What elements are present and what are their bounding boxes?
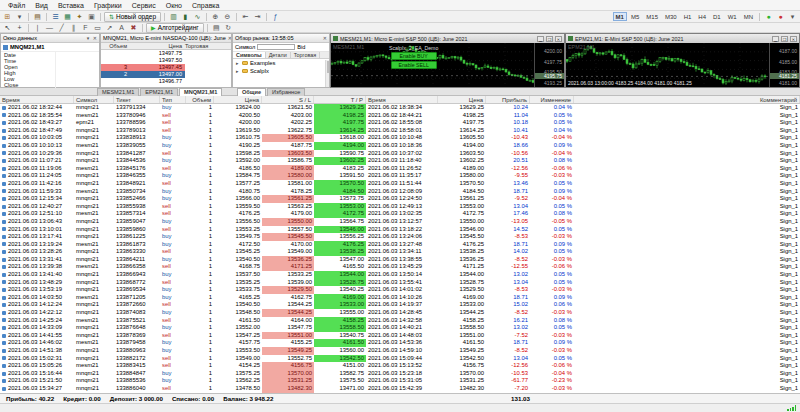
history-row[interactable]: 2021.06.03 14:41:55mnqm21133878369sell11… [0,332,800,340]
timeframe-m30[interactable]: M30 [662,12,680,21]
scrollbar[interactable] [325,60,329,87]
menu-tools[interactable]: Сервис [127,0,161,11]
dropdown-caret-icon[interactable]: ▾ [14,12,25,22]
data-window-icon[interactable]: ▦ [62,12,73,22]
ea-enable-buy-button[interactable]: Enable BUY [391,52,437,60]
timeframe-h1[interactable]: H1 [681,12,695,21]
history-row[interactable]: 2021.06.03 12:40:27mnqm21133855938sell11… [0,203,800,211]
col-header-5[interactable]: Объем [186,96,214,103]
history-row[interactable]: 2021.06.03 14:46:02mesm21133879458buy141… [0,339,800,347]
navigator-icon[interactable]: ✦ [74,12,85,22]
chart-restore-icon[interactable]: ❐ [781,36,788,42]
chart-minimize-icon[interactable]: ▁ [772,36,779,42]
toolbox-icon[interactable]: ▣ [86,12,97,22]
horizontal-line-icon[interactable]: ― [44,23,55,33]
candle-chart-icon[interactable]: ▮ [180,12,191,22]
history-row[interactable]: 2021.06.03 12:51:10mesm21133857314sell14… [0,210,800,218]
timeframe-m5[interactable]: M5 [628,12,642,21]
history-row[interactable]: 2021.06.02 18:47:49mnqm21133789013sell11… [0,127,800,135]
history-row[interactable]: 2021.06.03 10:03:05mnqm21133838913buy113… [0,134,800,142]
history-row[interactable]: 2021.06.03 15:34:27mnqm21133886040sell11… [0,385,800,393]
menu-charts[interactable]: Графики [89,0,127,11]
history-row[interactable]: 2021.06.03 11:07:21mnqm21133844536buy113… [0,157,800,165]
history-row[interactable]: 2021.06.03 15:21:50mnqm21133885536buy113… [0,377,800,385]
vertical-line-icon[interactable]: ∣ [32,23,43,33]
history-row[interactable]: 2021.06.02 18:35:54mesm21133780946sell14… [0,112,800,120]
algo-status-icon[interactable]: ● [763,12,774,22]
history-row[interactable]: 2021.06.03 15:16:44mnqm21133884847buy113… [0,370,800,378]
history-row[interactable]: 2021.06.03 10:29:36mnqm21133841287sell11… [0,150,800,158]
chart-body[interactable]: 4200.004197.754195.504193.254195.75MESM2… [331,43,564,87]
market-watch-icon[interactable]: ☰ [50,12,61,22]
history-row[interactable]: 2021.06.03 11:42:16mnqm21133848921sell11… [0,180,800,188]
col-header-12[interactable]: Изменение [530,96,574,103]
bar-chart-icon[interactable]: ▥ [168,12,179,22]
history-row[interactable]: 2021.06.03 13:41:40mnqm21133866943buy113… [0,271,800,279]
close-icon[interactable]: ✕ [323,34,327,42]
col-header-10[interactable]: Цена [438,96,486,103]
dom-price-level[interactable]: 13497.50 [101,57,231,64]
menu-file[interactable]: Файл [3,0,30,11]
timeframe-h4[interactable]: H4 [695,12,709,21]
tab-символы[interactable]: Символы [233,52,266,58]
tab-торговая[interactable]: Торговая [291,52,320,58]
timeframe-d1[interactable]: D1 [710,12,724,21]
connection-status-icon[interactable] [787,405,796,411]
menu-help[interactable]: Справка [187,0,224,11]
tab-избранное[interactable]: Избранное [267,88,305,96]
symbol-search-input[interactable] [257,44,295,50]
menu-window[interactable]: Окно [161,0,187,11]
history-row[interactable]: 2021.06.03 14:33:09mnqm21133876648buy113… [0,324,800,332]
chart-title-bar[interactable]: EPM21,M1: E-Mini S&P 500 (ЦБ): June 2021… [566,34,799,43]
history-row[interactable]: 2021.06.03 11:24:05mnqm21133846355buy113… [0,172,800,180]
history-row[interactable]: 2021.06.03 12:15:34mnqm21133852466buy113… [0,195,800,203]
close-icon[interactable]: ✕ [93,35,97,41]
chart-restore-icon[interactable]: ❐ [546,36,553,42]
new-order-button[interactable]: ⇅Новый ордер [104,12,161,22]
tree-item-scalpix[interactable]: ▸ScalpIx [233,67,329,75]
close-icon[interactable]: ✕ [228,34,231,42]
chart-title-bar[interactable]: MESM21,M1: Micro E-mini S&P 500 (ЦБ): Ju… [331,34,564,43]
delete-objects-icon[interactable]: ✖ [128,23,139,33]
history-row[interactable]: 2021.06.02 18:43:27epm21133788596sell142… [0,119,800,127]
ea-enable-sell-button[interactable]: Enable SELL [391,61,437,69]
history-row[interactable]: 2021.06.03 13:28:26mnqm21133863330sell11… [0,248,800,256]
dom-price-level[interactable]: 213497.00 [101,71,231,78]
dom-price-level[interactable]: 313497.45 [101,64,231,71]
fibonacci-icon[interactable]: F [80,23,91,33]
timeframe-m1[interactable]: M1 [613,12,627,21]
chart-close-icon[interactable]: ✕ [555,36,562,42]
timeframe-w1[interactable]: W1 [725,12,740,21]
col-header-7[interactable]: S / L [262,96,314,103]
history-row[interactable]: 2021.06.03 15:05:26mesm21133883415sell14… [0,362,800,370]
col-header-3[interactable]: Тикет [114,96,160,103]
text-object-icon[interactable]: A [116,23,127,33]
history-row[interactable]: 2021.06.03 14:03:50mesm21133871205buy141… [0,294,800,302]
history-row[interactable]: 2021.06.03 10:10:13mesm21133839055buy141… [0,142,800,150]
history-row[interactable]: 2021.06.02 18:32:44mnqm21133791334buy113… [0,104,800,112]
more-tools-icon[interactable]: ▾ [787,12,798,22]
col-header-6[interactable]: Цена [214,96,262,103]
channel-icon[interactable]: ∥ [68,23,79,33]
zoom-in-icon[interactable]: ⊕ [210,12,221,22]
history-row[interactable]: 2021.06.03 14:22:12mnqm21133874083buy113… [0,309,800,317]
zoom-out-icon[interactable]: ⊖ [222,12,233,22]
tester-icon[interactable]: ▤ [211,23,222,33]
refresh-icon[interactable]: ↻ [223,23,234,33]
chart-minimize-icon[interactable]: ▁ [537,36,544,42]
col-header-13[interactable]: Комментарий [574,96,800,103]
tab-общие[interactable]: Общие [237,88,266,96]
chart-shift-icon[interactable]: ⇥ [252,12,263,22]
expander-icon[interactable]: ▸ [236,60,240,66]
col-header-11[interactable]: Прибыль [486,96,530,103]
history-row[interactable]: 2021.06.03 13:53:19mnqm21133869534buy113… [0,286,800,294]
new-chart-icon[interactable]: ⊞ [2,12,13,22]
col-header-9[interactable]: Время [366,96,438,103]
timeframe-mn[interactable]: MN [741,12,756,21]
history-row[interactable]: 2021.06.03 14:25:24mesm21133875521sell14… [0,317,800,325]
trendline-icon[interactable]: ╱ [56,23,67,33]
history-row[interactable]: 2021.06.03 13:19:24mesm21133861873buy141… [0,241,800,249]
notifications-icon[interactable]: ● [775,12,786,22]
menu-view[interactable]: Вид [30,0,53,11]
tree-item-examples[interactable]: ▸Examples [233,59,329,67]
